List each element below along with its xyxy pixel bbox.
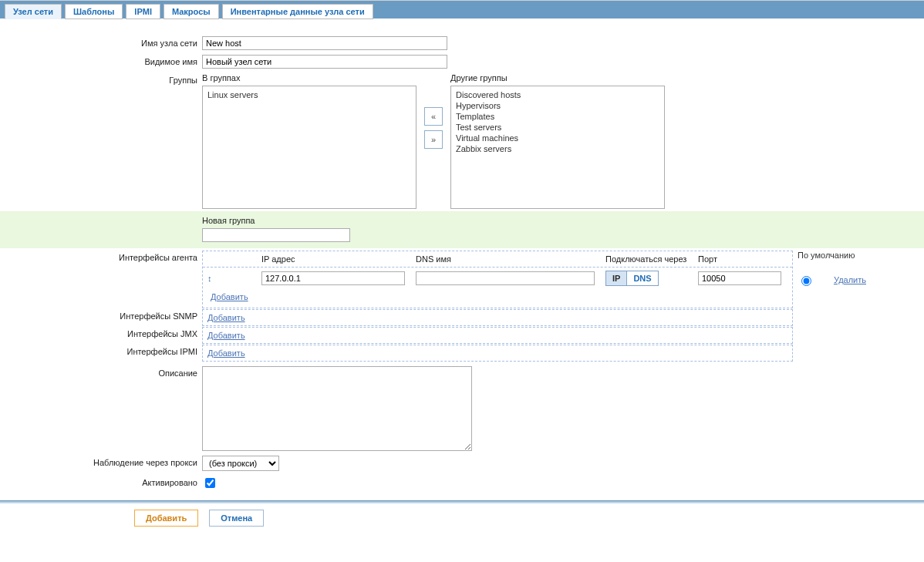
agent-add-link[interactable]: Добавить (207, 289, 253, 305)
label-in-groups: В группах (202, 73, 416, 86)
list-item[interactable]: Virtual machines (456, 133, 663, 143)
in-groups-listbox[interactable]: Linux servers (202, 86, 416, 209)
jmx-add-link[interactable]: Добавить (203, 328, 250, 343)
col-port-header: Порт (698, 254, 787, 264)
ipmi-add-link[interactable]: Добавить (203, 345, 250, 361)
label-ipmi-interfaces: Интерфейсы IPMI (0, 345, 202, 356)
label-other-groups: Другие группы (450, 73, 665, 86)
label-groups: Группы (0, 73, 202, 209)
label-description: Описание (0, 366, 202, 378)
label-hostname: Имя узла сети (0, 36, 202, 50)
hostname-input[interactable] (202, 36, 447, 50)
col-ip-header: IP адрес (261, 254, 416, 264)
move-left-button[interactable]: « (424, 107, 443, 126)
connect-dns-button[interactable]: DNS (626, 271, 658, 286)
visible-name-input[interactable] (202, 55, 447, 69)
list-item[interactable]: Hypervisors (456, 100, 663, 111)
move-right-button[interactable]: » (424, 130, 443, 149)
description-textarea[interactable] (202, 366, 472, 451)
tabs-bar: Узел сети Шаблоны IPMI Макросы Инвентарн… (0, 0, 924, 19)
list-item[interactable]: Discovered hosts (456, 89, 663, 100)
agent-port-input[interactable] (698, 271, 781, 285)
enabled-checkbox[interactable] (205, 478, 215, 488)
label-snmp-interfaces: Интерфейсы SNMP (0, 309, 202, 321)
list-item[interactable]: Zabbix servers (456, 143, 663, 154)
other-groups-listbox[interactable]: Discovered hosts Hypervisors Templates T… (450, 86, 665, 209)
tab-ipmi[interactable]: IPMI (126, 4, 160, 19)
tab-host[interactable]: Узел сети (5, 4, 62, 19)
agent-ip-input[interactable] (261, 271, 405, 285)
drag-handle-icon[interactable]: ↕ (207, 274, 212, 283)
label-jmx-interfaces: Интерфейсы JMX (0, 327, 202, 338)
tab-templates[interactable]: Шаблоны (65, 4, 123, 19)
cancel-button[interactable]: Отмена (209, 510, 264, 527)
new-group-input[interactable] (202, 228, 350, 242)
proxy-select[interactable]: (без прокси) (202, 456, 279, 471)
list-item[interactable]: Linux servers (207, 89, 414, 100)
tab-inventory[interactable]: Инвентарные данные узла сети (222, 4, 373, 19)
label-new-group: Новая группа (202, 216, 924, 228)
tab-macros[interactable]: Макросы (164, 4, 219, 19)
label-visible-name: Видимое имя (0, 55, 202, 69)
label-agent-interfaces: Интерфейсы агента (0, 251, 202, 262)
connect-ip-button[interactable]: IP (605, 271, 626, 286)
submit-button[interactable]: Добавить (134, 510, 198, 527)
agent-delete-link[interactable]: Удалить (834, 275, 866, 284)
agent-interfaces-block: IP адрес DNS имя Подключаться через Порт… (202, 251, 793, 308)
list-item[interactable]: Templates (456, 111, 663, 122)
col-dns-header: DNS имя (416, 254, 605, 264)
agent-default-radio[interactable] (801, 276, 811, 286)
list-item[interactable]: Test servers (456, 122, 663, 133)
snmp-add-link[interactable]: Добавить (203, 310, 250, 325)
label-proxy: Наблюдение через прокси (0, 456, 202, 471)
label-default: По умолчанию (798, 251, 859, 274)
col-conn-header: Подключаться через (605, 254, 698, 264)
agent-dns-input[interactable] (416, 271, 595, 285)
label-enabled: Активировано (0, 476, 202, 490)
